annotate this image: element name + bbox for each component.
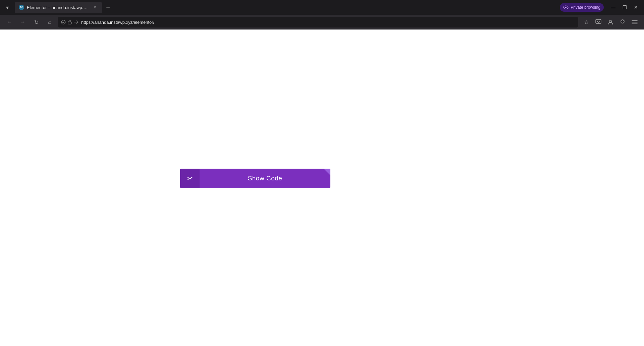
pocket-button[interactable] <box>593 17 604 27</box>
show-code-icon-area: ✂ <box>180 169 200 188</box>
svg-point-2 <box>61 20 65 24</box>
private-browsing-indicator: Private browsing <box>560 3 604 12</box>
show-code-button[interactable]: ✂ Show Code <box>180 169 330 188</box>
new-tab-button[interactable]: + <box>103 3 113 12</box>
bookmark-button[interactable]: ☆ <box>581 17 592 27</box>
show-code-label: Show Code <box>200 175 330 182</box>
browser-window: ▾ W Elementor – ananda.instawp.xyz × + <box>0 0 644 346</box>
home-button[interactable]: ⌂ <box>44 17 55 27</box>
page-content: ✂ Show Code <box>0 30 644 346</box>
restore-button[interactable]: ❐ <box>619 2 630 13</box>
title-bar-right: Private browsing — ❐ ✕ <box>560 2 641 13</box>
minimize-button[interactable]: — <box>608 2 619 13</box>
active-tab[interactable]: W Elementor – ananda.instawp.xyz × <box>15 2 102 13</box>
address-bar-icons <box>61 20 78 24</box>
tab-title: Elementor – ananda.instawp.xyz <box>27 5 89 10</box>
svg-rect-3 <box>68 22 71 24</box>
account-button[interactable] <box>605 17 616 27</box>
menu-button[interactable] <box>629 17 640 27</box>
permissions-icon <box>74 20 78 24</box>
lock-icon <box>68 20 72 24</box>
tab-close-button[interactable]: × <box>92 4 98 10</box>
reload-button[interactable]: ↻ <box>31 17 42 27</box>
security-icon <box>61 20 66 24</box>
nav-bar: ← → ↻ ⌂ <box>0 15 644 30</box>
corner-decoration <box>324 169 330 175</box>
svg-rect-4 <box>596 19 601 23</box>
tab-favicon: W <box>19 5 24 10</box>
close-button[interactable]: ✕ <box>631 2 641 13</box>
svg-point-1 <box>565 7 567 8</box>
tab-list-button[interactable]: ▾ <box>3 3 12 12</box>
private-browsing-icon <box>563 5 569 10</box>
url-input[interactable] <box>81 20 575 25</box>
address-bar[interactable] <box>58 17 578 27</box>
tab-bar: W Elementor – ananda.instawp.xyz × + <box>15 0 557 15</box>
scissors-icon: ✂ <box>187 174 193 182</box>
private-browsing-label: Private browsing <box>571 5 600 10</box>
title-bar: ▾ W Elementor – ananda.instawp.xyz × + <box>0 0 644 15</box>
window-controls: — ❐ ✕ <box>608 2 641 13</box>
forward-button[interactable]: → <box>17 17 28 27</box>
extensions-button[interactable] <box>617 17 628 27</box>
back-button[interactable]: ← <box>4 17 15 27</box>
nav-right-icons: ☆ <box>581 17 640 27</box>
